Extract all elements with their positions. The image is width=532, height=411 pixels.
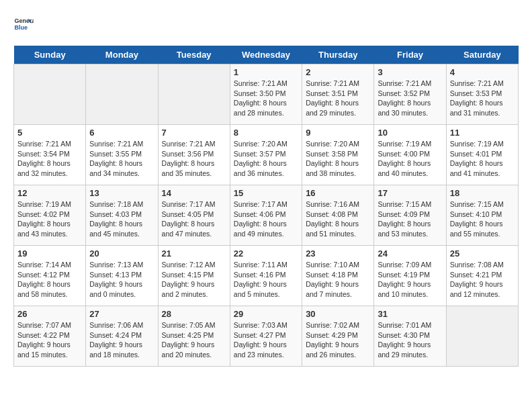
day-info: Sunrise: 7:14 AM Sunset: 4:12 PM Dayligh… (17, 260, 82, 300)
weekday-header-tuesday: Tuesday (158, 46, 230, 64)
calendar-cell: 27Sunrise: 7:06 AM Sunset: 4:24 PM Dayli… (86, 306, 158, 367)
calendar-cell: 19Sunrise: 7:14 AM Sunset: 4:12 PM Dayli… (14, 246, 86, 306)
calendar-cell: 9Sunrise: 7:20 AM Sunset: 3:58 PM Daylig… (302, 125, 374, 185)
day-number: 21 (162, 248, 226, 259)
day-number: 22 (234, 248, 298, 259)
calendar-cell: 22Sunrise: 7:11 AM Sunset: 4:16 PM Dayli… (230, 246, 302, 306)
day-info: Sunrise: 7:11 AM Sunset: 4:16 PM Dayligh… (234, 260, 298, 300)
day-info: Sunrise: 7:21 AM Sunset: 3:52 PM Dayligh… (378, 79, 442, 118)
day-number: 9 (306, 128, 370, 138)
calendar-cell: 28Sunrise: 7:05 AM Sunset: 4:25 PM Dayli… (158, 306, 230, 367)
day-number: 31 (378, 309, 442, 319)
calendar-cell: 13Sunrise: 7:18 AM Sunset: 4:03 PM Dayli… (86, 185, 158, 246)
day-info: Sunrise: 7:08 AM Sunset: 4:21 PM Dayligh… (450, 260, 515, 300)
day-number: 7 (162, 128, 226, 138)
day-number: 29 (234, 309, 298, 319)
calendar-cell: 16Sunrise: 7:16 AM Sunset: 4:08 PM Dayli… (302, 185, 374, 246)
day-number: 8 (234, 128, 298, 138)
calendar-cell (158, 64, 230, 125)
day-info: Sunrise: 7:03 AM Sunset: 4:27 PM Dayligh… (234, 320, 298, 360)
day-info: Sunrise: 7:21 AM Sunset: 3:54 PM Dayligh… (17, 139, 82, 179)
calendar-cell: 2Sunrise: 7:21 AM Sunset: 3:51 PM Daylig… (302, 64, 374, 125)
day-info: Sunrise: 7:02 AM Sunset: 4:29 PM Dayligh… (306, 320, 370, 360)
weekday-header-friday: Friday (374, 46, 446, 64)
svg-text:Blue: Blue (15, 24, 28, 31)
calendar-cell: 5Sunrise: 7:21 AM Sunset: 3:54 PM Daylig… (14, 125, 86, 185)
day-info: Sunrise: 7:21 AM Sunset: 3:50 PM Dayligh… (234, 79, 298, 118)
day-info: Sunrise: 7:17 AM Sunset: 4:06 PM Dayligh… (234, 199, 298, 239)
day-info: Sunrise: 7:21 AM Sunset: 3:55 PM Dayligh… (89, 139, 154, 179)
calendar-cell: 6Sunrise: 7:21 AM Sunset: 3:55 PM Daylig… (86, 125, 158, 185)
day-info: Sunrise: 7:21 AM Sunset: 3:56 PM Dayligh… (162, 139, 226, 179)
calendar-table: SundayMondayTuesdayWednesdayThursdayFrid… (13, 46, 519, 367)
day-info: Sunrise: 7:10 AM Sunset: 4:18 PM Dayligh… (306, 260, 370, 300)
day-info: Sunrise: 7:01 AM Sunset: 4:30 PM Dayligh… (378, 320, 442, 360)
calendar-cell: 26Sunrise: 7:07 AM Sunset: 4:22 PM Dayli… (14, 306, 86, 367)
day-number: 28 (162, 309, 226, 319)
weekday-header-monday: Monday (86, 46, 158, 64)
day-number: 18 (450, 188, 515, 198)
day-info: Sunrise: 7:20 AM Sunset: 3:57 PM Dayligh… (234, 139, 298, 179)
calendar-cell: 24Sunrise: 7:09 AM Sunset: 4:19 PM Dayli… (374, 246, 446, 306)
calendar-cell: 7Sunrise: 7:21 AM Sunset: 3:56 PM Daylig… (158, 125, 230, 185)
calendar-cell: 30Sunrise: 7:02 AM Sunset: 4:29 PM Dayli… (302, 306, 374, 367)
day-number: 15 (234, 188, 298, 198)
day-number: 10 (378, 128, 442, 138)
day-number: 16 (306, 188, 370, 198)
day-info: Sunrise: 7:18 AM Sunset: 4:03 PM Dayligh… (89, 199, 154, 239)
day-info: Sunrise: 7:15 AM Sunset: 4:09 PM Dayligh… (378, 199, 442, 239)
day-number: 3 (378, 67, 442, 77)
weekday-header-saturday: Saturday (446, 46, 518, 64)
day-number: 24 (378, 248, 442, 259)
day-info: Sunrise: 7:21 AM Sunset: 3:51 PM Dayligh… (306, 79, 370, 118)
calendar-cell: 31Sunrise: 7:01 AM Sunset: 4:30 PM Dayli… (374, 306, 446, 367)
day-info: Sunrise: 7:19 AM Sunset: 4:01 PM Dayligh… (450, 139, 515, 179)
day-info: Sunrise: 7:15 AM Sunset: 4:10 PM Dayligh… (450, 199, 515, 239)
day-info: Sunrise: 7:06 AM Sunset: 4:24 PM Dayligh… (89, 320, 154, 360)
weekday-header-wednesday: Wednesday (230, 46, 302, 64)
day-info: Sunrise: 7:19 AM Sunset: 4:02 PM Dayligh… (17, 199, 82, 239)
calendar-cell: 20Sunrise: 7:13 AM Sunset: 4:13 PM Dayli… (86, 246, 158, 306)
calendar-cell: 8Sunrise: 7:20 AM Sunset: 3:57 PM Daylig… (230, 125, 302, 185)
day-number: 13 (89, 188, 154, 198)
day-info: Sunrise: 7:21 AM Sunset: 3:53 PM Dayligh… (450, 79, 515, 118)
logo: General Blue (13, 13, 36, 34)
day-number: 23 (306, 248, 370, 259)
calendar-cell: 4Sunrise: 7:21 AM Sunset: 3:53 PM Daylig… (446, 64, 518, 125)
day-number: 19 (17, 248, 82, 259)
day-info: Sunrise: 7:16 AM Sunset: 4:08 PM Dayligh… (306, 199, 370, 239)
day-info: Sunrise: 7:09 AM Sunset: 4:19 PM Dayligh… (378, 260, 442, 300)
day-info: Sunrise: 7:13 AM Sunset: 4:13 PM Dayligh… (89, 260, 154, 300)
calendar-cell: 23Sunrise: 7:10 AM Sunset: 4:18 PM Dayli… (302, 246, 374, 306)
weekday-header-thursday: Thursday (302, 46, 374, 64)
calendar-cell: 3Sunrise: 7:21 AM Sunset: 3:52 PM Daylig… (374, 64, 446, 125)
day-number: 5 (17, 128, 82, 138)
day-number: 20 (89, 248, 154, 259)
day-number: 30 (306, 309, 370, 319)
day-info: Sunrise: 7:19 AM Sunset: 4:00 PM Dayligh… (378, 139, 442, 179)
day-info: Sunrise: 7:07 AM Sunset: 4:22 PM Dayligh… (17, 320, 82, 360)
calendar-cell: 21Sunrise: 7:12 AM Sunset: 4:15 PM Dayli… (158, 246, 230, 306)
calendar-cell (446, 306, 518, 367)
day-number: 4 (450, 67, 515, 77)
day-number: 14 (162, 188, 226, 198)
calendar-cell: 18Sunrise: 7:15 AM Sunset: 4:10 PM Dayli… (446, 185, 518, 246)
day-number: 11 (450, 128, 515, 138)
day-number: 17 (378, 188, 442, 198)
day-number: 27 (89, 309, 154, 319)
day-info: Sunrise: 7:05 AM Sunset: 4:25 PM Dayligh… (162, 320, 226, 360)
calendar-cell: 10Sunrise: 7:19 AM Sunset: 4:00 PM Dayli… (374, 125, 446, 185)
day-number: 1 (234, 67, 298, 77)
calendar-cell: 17Sunrise: 7:15 AM Sunset: 4:09 PM Dayli… (374, 185, 446, 246)
svg-text:General: General (15, 17, 34, 24)
calendar-cell (86, 64, 158, 125)
calendar-cell: 14Sunrise: 7:17 AM Sunset: 4:05 PM Dayli… (158, 185, 230, 246)
day-number: 6 (89, 128, 154, 138)
calendar-cell: 29Sunrise: 7:03 AM Sunset: 4:27 PM Dayli… (230, 306, 302, 367)
day-number: 26 (17, 309, 82, 319)
day-info: Sunrise: 7:12 AM Sunset: 4:15 PM Dayligh… (162, 260, 226, 300)
day-info: Sunrise: 7:17 AM Sunset: 4:05 PM Dayligh… (162, 199, 226, 239)
day-number: 12 (17, 188, 82, 198)
calendar-cell: 15Sunrise: 7:17 AM Sunset: 4:06 PM Dayli… (230, 185, 302, 246)
calendar-cell: 1Sunrise: 7:21 AM Sunset: 3:50 PM Daylig… (230, 64, 302, 125)
